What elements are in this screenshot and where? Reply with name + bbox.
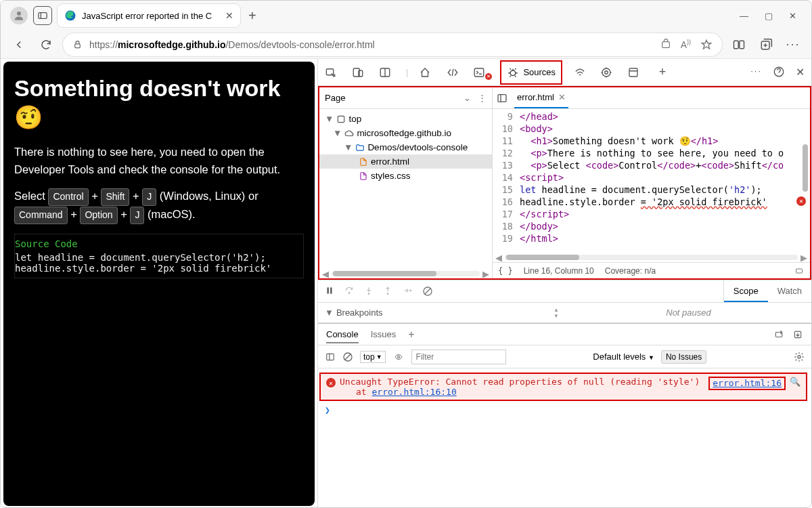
deactivate-breakpoints-icon[interactable] bbox=[422, 286, 433, 297]
elements-tab-icon[interactable] bbox=[446, 66, 462, 79]
workspaces-button[interactable] bbox=[33, 6, 52, 25]
new-tab-button[interactable]: + bbox=[248, 8, 256, 24]
step-over-icon[interactable] bbox=[344, 286, 355, 297]
read-aloud-icon[interactable]: A)) bbox=[681, 39, 691, 51]
shopping-icon[interactable] bbox=[660, 39, 671, 49]
close-file-icon[interactable]: ✕ bbox=[558, 92, 566, 102]
help-icon[interactable] bbox=[773, 66, 785, 79]
devtools-tabbar: | ✕ Sources + ··· ✕ bbox=[318, 59, 811, 86]
levels-selector[interactable]: Default levels ▼ bbox=[593, 352, 654, 362]
code-line[interactable]: 9</head> bbox=[493, 110, 810, 123]
console-tab[interactable]: Console bbox=[326, 329, 359, 343]
code-line[interactable]: 12 <p>There is nothing to see here, you … bbox=[493, 147, 810, 159]
live-expression-icon[interactable] bbox=[392, 353, 405, 361]
svg-point-13 bbox=[511, 70, 516, 76]
code-line[interactable]: 13 <p>Select <code>Control</code>+<code>… bbox=[493, 159, 810, 171]
svg-point-24 bbox=[368, 293, 369, 295]
dock-icon[interactable] bbox=[379, 66, 395, 79]
svg-rect-30 bbox=[327, 354, 334, 360]
scope-tab[interactable]: Scope bbox=[724, 280, 768, 302]
welcome-tab-icon[interactable] bbox=[419, 66, 435, 79]
collections-icon[interactable] bbox=[756, 35, 776, 55]
more-icon[interactable]: ⋮ bbox=[478, 93, 487, 103]
issues-tab[interactable]: Issues bbox=[371, 329, 397, 339]
code-line[interactable]: 17</script> bbox=[493, 208, 810, 220]
search-error-icon[interactable]: 🔍 bbox=[790, 377, 800, 397]
more-tools-icon[interactable]: ··· bbox=[750, 66, 762, 79]
application-tab-icon[interactable] bbox=[627, 66, 644, 79]
tree-file-styles-css[interactable]: styles.css bbox=[319, 169, 492, 183]
dock-drawer-icon[interactable] bbox=[792, 330, 803, 339]
close-window-icon[interactable]: ✕ bbox=[789, 11, 796, 21]
code-line: headline.style.border = '2px solid fireb… bbox=[15, 263, 303, 274]
pretty-print-icon[interactable]: { } bbox=[498, 266, 513, 276]
error-source-link[interactable]: error.html:16 bbox=[708, 377, 786, 390]
svg-point-23 bbox=[348, 293, 350, 294]
code-line[interactable]: 15let headline = document.querySelector(… bbox=[493, 184, 810, 196]
minimize-icon[interactable]: — bbox=[740, 11, 748, 21]
performance-tab-icon[interactable] bbox=[600, 66, 616, 79]
toggle-navigator-icon[interactable] bbox=[497, 93, 508, 104]
tree-node-host[interactable]: ▼ microsoftedge.github.io bbox=[319, 126, 492, 140]
svg-rect-22 bbox=[330, 287, 332, 293]
more-tabs-icon[interactable]: + bbox=[654, 65, 671, 79]
tree-node-top[interactable]: ▼ top bbox=[319, 112, 492, 126]
status-more-icon[interactable] bbox=[794, 267, 805, 275]
page-selector-label[interactable]: Page bbox=[325, 93, 464, 103]
sources-tab[interactable]: Sources bbox=[500, 60, 562, 85]
chevron-down-icon[interactable]: ⌄ bbox=[464, 93, 471, 103]
code-view[interactable]: 9</head>10<body>11 <h1>Something doesn't… bbox=[493, 109, 810, 245]
code-line[interactable]: 19</html> bbox=[493, 232, 810, 245]
step-out-icon[interactable] bbox=[383, 286, 392, 297]
browser-tab[interactable]: JavaScript error reported in the C ✕ bbox=[58, 4, 240, 27]
code-line[interactable]: 10<body> bbox=[493, 123, 810, 135]
editor-hscroll[interactable]: ◀▶ bbox=[493, 253, 810, 262]
console-tab-icon[interactable]: ✕ bbox=[473, 66, 489, 79]
breakpoints-section[interactable]: ▼ Breakpoints▲▼ bbox=[318, 307, 566, 319]
code-line[interactable]: 16headline.style.border = '2px solid fir… bbox=[493, 196, 810, 208]
step-into-icon[interactable] bbox=[364, 286, 374, 297]
svg-rect-18 bbox=[338, 116, 344, 122]
network-tab-icon[interactable] bbox=[573, 67, 589, 78]
clear-console-icon[interactable] bbox=[342, 352, 353, 362]
address-bar[interactable]: https://microsoftedge.github.io/Demos/de… bbox=[63, 33, 722, 56]
code-line[interactable]: 11 <h1>Something doesn't work 🤨</h1> bbox=[493, 135, 810, 147]
filter-input[interactable] bbox=[411, 350, 506, 364]
watch-tab[interactable]: Watch bbox=[768, 280, 811, 302]
back-button[interactable] bbox=[9, 35, 29, 55]
inspect-icon[interactable] bbox=[325, 66, 341, 79]
editor-vscroll[interactable] bbox=[800, 131, 810, 236]
tree-file-error-html[interactable]: error.html bbox=[319, 154, 492, 169]
navigator-hscroll[interactable]: ◀▶ bbox=[319, 269, 492, 278]
sidebar-toggle-icon[interactable] bbox=[325, 352, 336, 362]
code-line[interactable]: 14<script> bbox=[493, 171, 810, 184]
console-filter-bar: top ▼ Default levels ▼ No Issues bbox=[318, 345, 811, 368]
expand-drawer-icon[interactable] bbox=[773, 330, 784, 339]
add-drawer-tab-icon[interactable]: + bbox=[408, 329, 414, 341]
console-error-message[interactable]: ✕ Uncaught TypeError: Cannot read proper… bbox=[319, 373, 807, 401]
profile-avatar[interactable] bbox=[10, 7, 28, 24]
menu-button[interactable]: ··· bbox=[783, 35, 803, 55]
lock-icon bbox=[72, 39, 83, 49]
split-screen-icon[interactable] bbox=[729, 35, 749, 55]
favorite-icon[interactable] bbox=[700, 39, 713, 51]
maximize-icon[interactable]: ▢ bbox=[765, 11, 773, 21]
code-line[interactable]: 18</body> bbox=[493, 220, 810, 232]
stack-link[interactable]: error.html:16:10 bbox=[371, 387, 456, 397]
console-settings-icon[interactable] bbox=[794, 352, 805, 362]
pause-icon[interactable] bbox=[325, 286, 334, 297]
tree-node-folder[interactable]: ▼ Demos/devtools-console bbox=[319, 140, 492, 154]
console-prompt[interactable]: ❯ bbox=[318, 402, 811, 418]
close-devtools-icon[interactable]: ✕ bbox=[796, 66, 805, 79]
no-issues-chip[interactable]: No Issues bbox=[661, 350, 706, 364]
devtools-panel: | ✕ Sources + ··· ✕ Page bbox=[317, 59, 811, 508]
step-icon[interactable] bbox=[402, 286, 413, 297]
refresh-button[interactable] bbox=[36, 35, 56, 55]
not-paused-label: Not paused bbox=[566, 308, 811, 318]
context-selector[interactable]: top ▼ bbox=[360, 351, 386, 363]
code-line: let headline = document.querySelector('h… bbox=[15, 252, 303, 263]
close-tab-icon[interactable]: ✕ bbox=[225, 10, 233, 21]
editor-tab-error-html[interactable]: error.html ✕ bbox=[514, 87, 568, 108]
device-icon[interactable] bbox=[352, 66, 368, 79]
browser-toolbar: https://microsoftedge.github.io/Demos/de… bbox=[1, 30, 811, 59]
